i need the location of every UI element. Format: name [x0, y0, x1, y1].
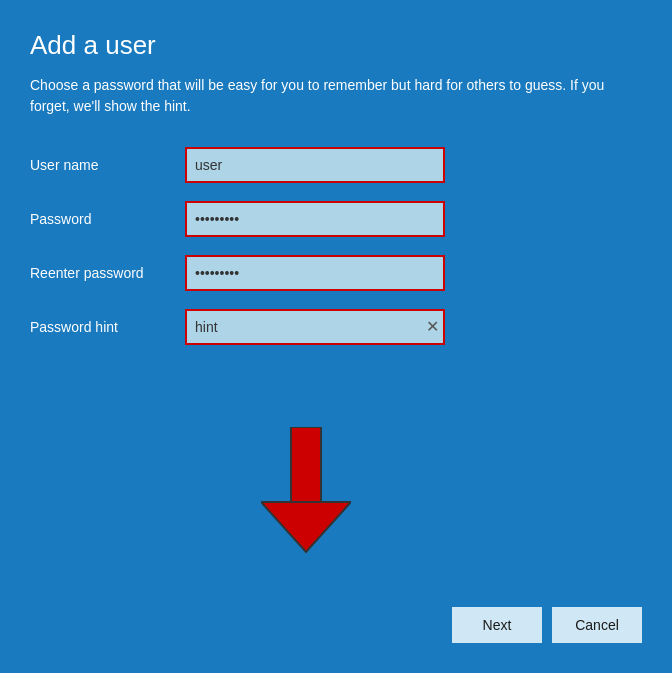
arrow-container	[30, 377, 582, 607]
reenter-label: Reenter password	[30, 265, 185, 281]
next-button[interactable]: Next	[452, 607, 542, 643]
form-section: User name Password Reenter password Pass…	[30, 147, 642, 377]
hint-input[interactable]	[185, 309, 445, 345]
reenter-row: Reenter password	[30, 255, 642, 291]
hint-row: Password hint ✕	[30, 309, 642, 345]
username-label: User name	[30, 157, 185, 173]
page-title: Add a user	[30, 30, 642, 61]
reenter-input[interactable]	[185, 255, 445, 291]
username-row: User name	[30, 147, 642, 183]
page-subtitle: Choose a password that will be easy for …	[30, 75, 630, 117]
username-input[interactable]	[185, 147, 445, 183]
bottom-bar: Next Cancel	[30, 607, 642, 653]
cancel-button[interactable]: Cancel	[552, 607, 642, 643]
password-row: Password	[30, 201, 642, 237]
password-input[interactable]	[185, 201, 445, 237]
password-label: Password	[30, 211, 185, 227]
hint-label: Password hint	[30, 319, 185, 335]
clear-hint-button[interactable]: ✕	[426, 319, 439, 335]
hint-wrapper: ✕	[185, 309, 445, 345]
svg-marker-1	[261, 502, 351, 552]
svg-rect-0	[291, 427, 321, 502]
main-container: Add a user Choose a password that will b…	[0, 0, 672, 673]
down-arrow-icon	[261, 427, 351, 557]
